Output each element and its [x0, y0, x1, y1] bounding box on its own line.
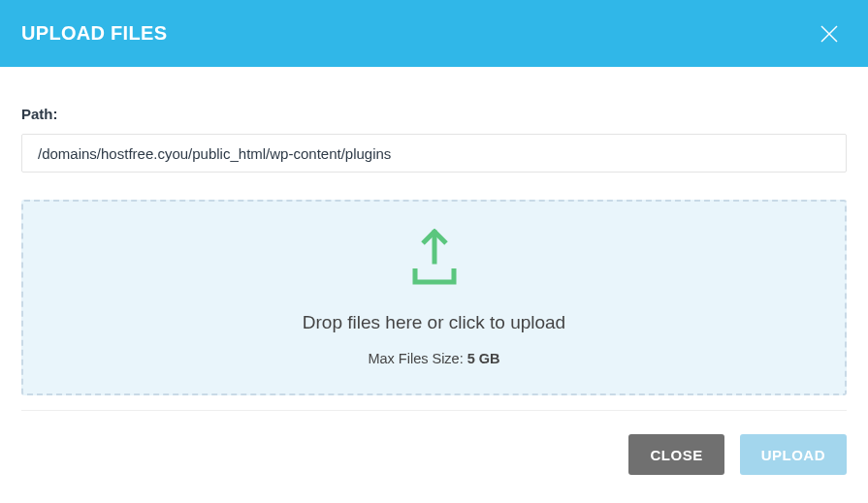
- close-button[interactable]: CLOSE: [628, 434, 723, 475]
- upload-arrow-icon: [404, 229, 465, 291]
- upload-dropzone[interactable]: Drop files here or click to upload Max F…: [21, 200, 847, 395]
- path-label: Path:: [21, 106, 847, 122]
- path-input[interactable]: [21, 134, 847, 173]
- maxsize-label: Max Files Size:: [368, 351, 463, 366]
- close-icon[interactable]: [818, 22, 841, 46]
- dialog-content: Path: Drop files here or click to upload…: [0, 67, 868, 395]
- dialog-header: UPLOAD FILES: [0, 0, 868, 67]
- dropzone-main-text: Drop files here or click to upload: [303, 312, 565, 333]
- dropzone-maxsize: Max Files Size: 5 GB: [368, 351, 499, 366]
- maxsize-value: 5 GB: [467, 351, 500, 366]
- upload-button[interactable]: UPLOAD: [740, 434, 847, 475]
- dialog-title: UPLOAD FILES: [21, 22, 167, 45]
- dialog-footer: CLOSE UPLOAD: [0, 411, 868, 475]
